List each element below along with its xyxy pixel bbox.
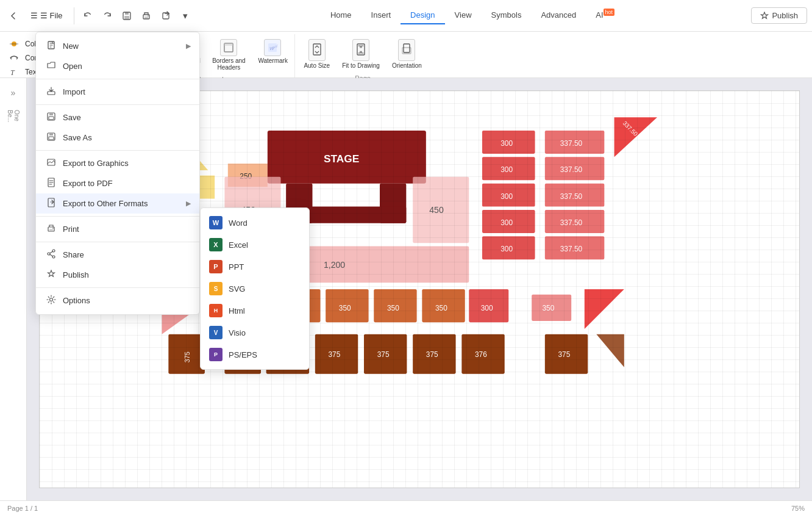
- submenu-item-ppt[interactable]: P PPT: [201, 256, 309, 278]
- borders-icon: [220, 39, 237, 56]
- fit-to-drawing-button[interactable]: Fit to Drawing: [338, 37, 383, 72]
- redo-button[interactable]: [99, 7, 116, 24]
- submenu-item-html[interactable]: H Html: [201, 300, 309, 322]
- svg-text:300: 300: [500, 218, 513, 227]
- svg-rect-64: [545, 236, 605, 259]
- menu-label-publish: Publish: [63, 270, 89, 279]
- svg-icon: S: [209, 282, 223, 295]
- sidebar: » OneBe...: [0, 78, 27, 500]
- svg-rect-52: [482, 210, 535, 233]
- svg-text:T: T: [10, 68, 15, 77]
- export-button[interactable]: [157, 7, 174, 24]
- undo-button[interactable]: [79, 7, 96, 24]
- menu-item-new[interactable]: New ▶: [36, 36, 199, 56]
- svg-rect-72: [326, 289, 368, 322]
- svg-point-117: [48, 253, 50, 255]
- menu-item-export-other[interactable]: Export to Other Formats ▶: [36, 193, 199, 214]
- menu-label-import: Import: [63, 87, 85, 96]
- svg-rect-108: [49, 137, 54, 140]
- tab-symbols[interactable]: Symbols: [482, 7, 532, 24]
- html-icon: H: [209, 304, 223, 317]
- auto-size-icon: [308, 39, 326, 61]
- menu-item-share[interactable]: Share: [36, 245, 199, 265]
- ppt-icon: P: [209, 260, 223, 273]
- svg-rect-46: [482, 131, 535, 154]
- svg-point-118: [50, 298, 53, 301]
- svg-rect-50: [482, 184, 535, 207]
- auto-size-button[interactable]: Auto Size: [300, 37, 333, 72]
- submenu-item-excel[interactable]: X Excel: [201, 234, 309, 256]
- menu-item-save[interactable]: Save: [36, 107, 199, 128]
- tab-design[interactable]: Design: [401, 7, 444, 24]
- tab-view[interactable]: View: [445, 7, 482, 24]
- svg-rect-42: [413, 177, 469, 243]
- watermark-button[interactable]: W mark Watermark: [254, 37, 291, 67]
- tab-insert[interactable]: Insert: [361, 7, 401, 24]
- tab-ai[interactable]: AIhot: [586, 7, 624, 24]
- sep-3: [36, 150, 199, 151]
- export-graphics-icon: [46, 157, 57, 169]
- titlebar: ☰ ☰ File ▾ Home Insert Design View Symbo…: [0, 0, 812, 32]
- svg-rect-97: [545, 334, 588, 374]
- publish-menu-icon: [46, 269, 57, 281]
- sidebar-collapse-button[interactable]: »: [4, 83, 23, 103]
- svg-text:350: 350: [339, 304, 351, 312]
- watermark-icon: W mark: [264, 39, 281, 56]
- export-other-icon: [46, 198, 57, 209]
- menu-item-options[interactable]: Options: [36, 290, 199, 311]
- tab-advanced[interactable]: Advanced: [531, 7, 586, 24]
- svg-text:350: 350: [435, 304, 447, 312]
- file-menu-button[interactable]: ☰ ☰ File: [24, 9, 69, 23]
- submenu-item-svg[interactable]: S SVG: [201, 278, 309, 300]
- save-button[interactable]: [118, 7, 135, 24]
- menu-item-print[interactable]: Print: [36, 219, 199, 239]
- menu-label-open: Open: [63, 62, 82, 71]
- nav-tabs: Home Insert Design View Symbols Advanced…: [321, 7, 624, 24]
- svg-text:300: 300: [500, 192, 513, 201]
- borders-headers-button[interactable]: Borders and Headers: [208, 37, 249, 73]
- svg-text:337.50: 337.50: [560, 218, 583, 227]
- menu-item-publish[interactable]: Publish: [36, 265, 199, 285]
- svg-point-114: [52, 228, 54, 229]
- sep-6: [36, 287, 199, 288]
- svg-rect-91: [364, 334, 407, 374]
- menu-label-share: Share: [63, 250, 84, 259]
- svg-text:300: 300: [500, 165, 513, 174]
- submenu-item-pseps[interactable]: P PS/EPS: [201, 344, 309, 366]
- publish-button[interactable]: Publish: [751, 7, 807, 24]
- menu-item-import[interactable]: Import: [36, 82, 199, 102]
- options-icon: [46, 295, 57, 306]
- svg-text:300: 300: [481, 304, 493, 312]
- save-as-icon: [46, 132, 57, 143]
- menu-item-open[interactable]: Open: [36, 56, 199, 76]
- submenu-item-word[interactable]: W Word: [201, 212, 309, 234]
- print-button[interactable]: [138, 7, 155, 24]
- export-pdf-icon: [46, 178, 57, 189]
- submenu-label-visio: Visio: [229, 328, 246, 337]
- file-dropdown-menu: New ▶ Open Import Save Save As Export: [35, 32, 200, 315]
- back-button[interactable]: [5, 7, 22, 24]
- submenu-label-excel: Excel: [229, 240, 248, 250]
- svg-rect-54: [482, 236, 535, 259]
- tab-home[interactable]: Home: [321, 7, 361, 24]
- menu-item-export-graphics[interactable]: Export to Graphics: [36, 153, 199, 173]
- orientation-button[interactable]: Orientation: [388, 37, 426, 72]
- svg-text:337.50: 337.50: [560, 165, 583, 174]
- zoom-level: 75%: [791, 505, 805, 512]
- svg-rect-56: [545, 131, 605, 154]
- menu-label-new: New: [63, 41, 79, 51]
- menu-item-export-pdf[interactable]: Export to PDF: [36, 173, 199, 193]
- menu-item-save-as[interactable]: Save As: [36, 128, 199, 148]
- more-button[interactable]: ▾: [177, 7, 194, 24]
- svg-text:337.50: 337.50: [560, 139, 583, 148]
- sep-1: [36, 79, 199, 79]
- page-info: Page 1 / 1: [7, 505, 38, 512]
- menu-label-options: Options: [63, 296, 90, 305]
- word-icon: W: [209, 216, 223, 229]
- svg-rect-78: [469, 289, 508, 322]
- svg-rect-8: [10, 43, 18, 45]
- submenu-item-visio[interactable]: V Visio: [201, 322, 309, 344]
- svg-rect-62: [545, 210, 605, 233]
- svg-marker-82: [585, 289, 624, 329]
- share-icon: [46, 249, 57, 261]
